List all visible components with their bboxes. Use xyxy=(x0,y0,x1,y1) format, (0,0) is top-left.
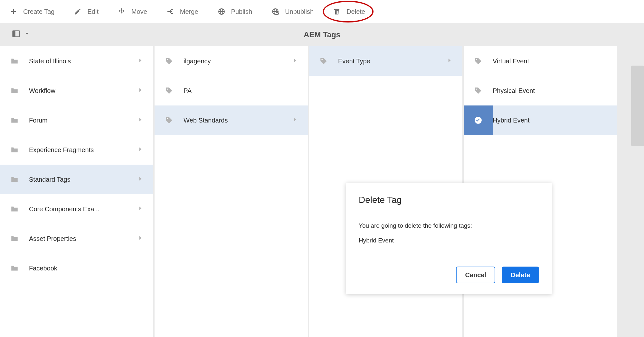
folder-row[interactable]: Asset Properties xyxy=(0,224,153,253)
row-label: Standard Tags xyxy=(29,176,137,183)
page-title: AEM Tags xyxy=(304,30,340,39)
tag-row[interactable]: Physical Event xyxy=(464,76,617,105)
tag-icon xyxy=(155,87,184,95)
secondary-bar: AEM Tags xyxy=(0,23,644,46)
row-label: Forum xyxy=(29,117,137,124)
unpublish-button[interactable]: Unpublish xyxy=(271,8,314,15)
move-icon xyxy=(118,8,126,15)
column-1: ilgagencyPAWeb Standards xyxy=(155,46,309,337)
chevron-right-icon xyxy=(137,205,147,213)
scrollbar[interactable] xyxy=(631,66,644,146)
tag-row[interactable]: Web Standards xyxy=(155,105,308,135)
edit-label: Edit xyxy=(87,8,98,15)
cancel-label: Cancel xyxy=(465,271,486,279)
tag-icon xyxy=(464,87,493,95)
folder-row[interactable]: Core Components Exa... xyxy=(0,194,153,224)
unpublish-label: Unpublish xyxy=(285,8,314,15)
merge-button[interactable]: Merge xyxy=(166,8,198,15)
chevron-right-icon xyxy=(137,146,147,154)
chevron-right-icon xyxy=(446,57,456,65)
folder-row[interactable]: Workflow xyxy=(0,76,153,105)
row-label: Physical Event xyxy=(493,87,601,95)
folder-icon xyxy=(0,234,29,243)
delete-tag-dialog: Delete Tag You are going to delete the f… xyxy=(346,183,552,294)
action-bar: Create Tag Edit Move Merge Publish Unpub… xyxy=(0,0,644,23)
row-label: Core Components Exa... xyxy=(29,205,137,213)
chevron-right-icon xyxy=(292,116,301,124)
folder-row[interactable]: Standard Tags xyxy=(0,165,153,194)
publish-label: Publish xyxy=(231,8,252,15)
view-switcher[interactable] xyxy=(12,29,30,40)
tag-row[interactable]: Virtual Event xyxy=(464,46,617,76)
chevron-right-icon xyxy=(137,176,147,184)
folder-row[interactable]: Experience Fragments xyxy=(0,135,153,165)
chevron-right-icon xyxy=(292,57,301,65)
chevron-right-icon xyxy=(137,87,147,95)
tag-row[interactable]: Event Type xyxy=(309,46,462,76)
folder-icon xyxy=(0,146,29,154)
edit-icon xyxy=(74,8,81,15)
trash-icon xyxy=(333,8,341,15)
move-button[interactable]: Move xyxy=(118,8,147,15)
folder-icon xyxy=(0,264,29,272)
row-label: Virtual Event xyxy=(493,58,601,65)
chevron-right-icon xyxy=(137,116,147,124)
chevron-right-icon xyxy=(137,235,147,243)
dialog-title: Delete Tag xyxy=(359,195,539,205)
row-label: Event Type xyxy=(338,58,446,65)
create-tag-label: Create Tag xyxy=(23,8,54,15)
row-label: Web Standards xyxy=(184,117,292,124)
confirm-label: Delete xyxy=(511,271,530,279)
plus-icon xyxy=(10,8,17,15)
publish-button[interactable]: Publish xyxy=(218,8,252,15)
dialog-message: You are going to delete the following ta… xyxy=(359,222,539,229)
column-0: State of IllinoisWorkflowForumExperience… xyxy=(0,46,155,337)
row-label: Hybrid Event xyxy=(493,117,601,124)
folder-row[interactable]: State of Illinois xyxy=(0,46,153,76)
dialog-tag-name: Hybrid Event xyxy=(359,237,539,244)
globe-icon xyxy=(218,8,225,15)
tag-row[interactable]: PA xyxy=(155,76,308,105)
edit-button[interactable]: Edit xyxy=(74,8,98,15)
cancel-button[interactable]: Cancel xyxy=(456,267,495,283)
check-icon xyxy=(464,105,493,135)
tag-icon xyxy=(464,57,493,65)
folder-icon xyxy=(0,57,29,65)
delete-label: Delete xyxy=(346,8,365,15)
folder-row[interactable]: Facebook xyxy=(0,253,153,283)
row-label: Asset Properties xyxy=(29,235,137,242)
tag-icon xyxy=(309,57,338,65)
column-browser: State of IllinoisWorkflowForumExperience… xyxy=(0,46,644,337)
row-label: PA xyxy=(184,87,292,95)
rail-icon xyxy=(12,29,21,40)
row-label: Experience Fragments xyxy=(29,146,137,154)
folder-row[interactable]: Forum xyxy=(0,105,153,135)
tag-icon xyxy=(155,57,184,65)
folder-icon xyxy=(0,87,29,95)
chevron-right-icon xyxy=(137,57,147,65)
folder-icon xyxy=(0,175,29,184)
row-label: Workflow xyxy=(29,87,137,95)
tag-row[interactable]: Hybrid Event xyxy=(464,105,617,135)
globe-minus-icon xyxy=(271,8,279,15)
tag-row[interactable]: ilgagency xyxy=(155,46,308,76)
create-tag-button[interactable]: Create Tag xyxy=(10,8,54,15)
confirm-delete-button[interactable]: Delete xyxy=(502,267,539,283)
delete-button[interactable]: Delete xyxy=(333,8,365,15)
row-label: ilgagency xyxy=(184,58,292,65)
row-label: State of Illinois xyxy=(29,58,137,65)
merge-icon xyxy=(166,8,174,15)
move-label: Move xyxy=(131,8,147,15)
tag-icon xyxy=(155,116,184,124)
row-label: Facebook xyxy=(29,265,137,272)
chevron-down-icon xyxy=(24,31,30,38)
folder-icon xyxy=(0,205,29,213)
dialog-divider xyxy=(359,211,539,211)
folder-icon xyxy=(0,116,29,124)
merge-label: Merge xyxy=(180,8,198,15)
dialog-button-row: Cancel Delete xyxy=(359,267,539,283)
